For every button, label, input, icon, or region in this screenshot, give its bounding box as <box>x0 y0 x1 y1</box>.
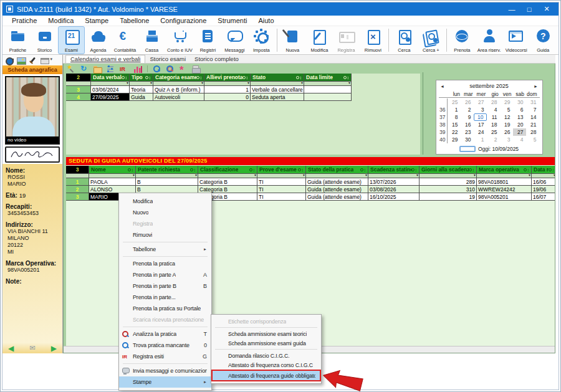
calendar-day[interactable]: 17 <box>474 121 487 128</box>
context-menu-item-stampe[interactable]: Stampe► <box>119 376 211 388</box>
filter-cell-prove-d-esame[interactable]: ▾ <box>257 174 306 178</box>
menu-tabellone[interactable]: Tabellone <box>114 17 155 24</box>
menu-stampe[interactable]: Stampe <box>79 17 114 24</box>
column-header-prove-d-esame[interactable]: Prove d'esame↕ <box>257 166 306 174</box>
column-header-stato-della-pratica[interactable]: Stato della pratica↕ <box>306 166 368 174</box>
cell-nome[interactable]: PAOLA <box>89 178 136 186</box>
column-header-marca-operativa[interactable]: Marca operativa↕ <box>477 166 532 174</box>
calendar-day[interactable]: 29 <box>448 136 461 143</box>
filter-cell-allievi-prenotati[interactable]: ▾ <box>204 82 251 86</box>
calendar-day[interactable]: 27 <box>474 98 487 106</box>
calendar-day[interactable]: 4 <box>513 136 526 143</box>
column-header-classificazione[interactable]: Classificazione↕ <box>198 166 257 174</box>
cell-data-limite[interactable] <box>304 93 352 101</box>
column-header-stato[interactable]: Stato↕ <box>251 74 304 82</box>
calendar-day[interactable]: 9 <box>461 113 474 121</box>
close-button[interactable]: ✕ <box>539 4 555 14</box>
filter-cell-data-limite[interactable]: ▾ <box>304 82 352 86</box>
context-menu-item-prenota-in-parte-b[interactable]: Prenota in parte BB <box>119 280 211 292</box>
calendar-day[interactable]: 22 <box>448 128 461 136</box>
maximize-button[interactable]: □ <box>521 4 537 14</box>
scanner-icon[interactable] <box>41 57 49 64</box>
calendar-day[interactable]: 11 <box>487 113 500 121</box>
toolbar-button-videocorsi[interactable]: Videocorsi <box>503 26 530 54</box>
calendar-day[interactable]: 26 <box>500 128 513 136</box>
calendar-day[interactable]: 7 <box>526 106 539 113</box>
toolbar-button-area-riserv[interactable]: Area riserv. <box>476 26 503 54</box>
next-record-arrow-icon[interactable]: ▶ <box>51 345 57 352</box>
calendar-day[interactable]: 4 <box>487 106 500 113</box>
calendar-day[interactable]: 8 <box>448 113 461 121</box>
tab-calendario-esami-e-verbali[interactable]: Calendario esami e verbali <box>65 55 145 63</box>
today-label[interactable]: Oggi: 10/09/2025 <box>478 146 519 152</box>
cell-stato-della-pratica[interactable]: Guida (attende esame) <box>306 178 368 186</box>
calendar-day[interactable]: 28 <box>487 98 500 106</box>
cell-giorni-alla-scadenza[interactable]: 289 <box>420 178 477 186</box>
cell-allievi-prenotati[interactable]: 1 <box>204 86 251 93</box>
calendar-day[interactable]: 1 <box>474 136 487 143</box>
calendar-day[interactable]: 25 <box>487 128 500 136</box>
title-bar[interactable]: SIDA v.2111 (build 1342) * Aut. Voldomin… <box>2 2 559 16</box>
cell-data-r[interactable]: 16/07 <box>532 193 555 201</box>
filter-cell-classificazione[interactable]: ▾ <box>198 174 257 178</box>
calendar-day[interactable]: 26 <box>461 98 474 106</box>
calendar-day[interactable]: 6 <box>513 106 526 113</box>
cell-data-r[interactable]: 16/06 <box>532 178 555 186</box>
print-submenu-item-scheda-ammissione-esami-teorici[interactable]: Scheda ammissione esami teorici <box>211 329 321 338</box>
menu-pratiche[interactable]: Pratiche <box>6 17 42 24</box>
calendar-day[interactable]: 19 <box>500 121 513 128</box>
prev-record-arrow-icon[interactable]: ◀ <box>8 345 14 352</box>
toolbar-button-registri[interactable]: Registri <box>194 26 221 54</box>
filter-cell-giorni-alla-scadenza[interactable]: ▾ <box>420 174 477 178</box>
filter-cell-stato[interactable]: ▾ <box>251 82 304 86</box>
zoom-plus-icon[interactable] <box>166 65 174 73</box>
calendar-day[interactable]: 2 <box>487 136 500 143</box>
column-header-categoria-esame[interactable]: Categoria esame↕ <box>153 74 204 82</box>
cell-stato[interactable]: Verbale da cancellare <box>251 86 304 93</box>
print-submenu-item-scheda-ammissione-esami-guida[interactable]: Scheda ammissione esami guida <box>211 338 321 348</box>
calendar-day[interactable]: 25 <box>448 98 461 106</box>
cell-data-limite[interactable] <box>304 86 352 93</box>
refresh-icon[interactable] <box>80 65 89 73</box>
calendar-day[interactable]: 3 <box>500 136 513 143</box>
context-menu-item-trova-pratica-mancante[interactable]: Trova pratica mancante0 <box>119 340 211 351</box>
cell-data-verbale[interactable]: 03/06/2024 <box>91 86 130 93</box>
chart-icon[interactable] <box>134 65 142 73</box>
calendar-day[interactable]: 15 <box>448 121 461 128</box>
toolbar-button-prenota[interactable]: Prenota <box>449 26 476 54</box>
filter-cell-stato-della-pratica[interactable]: ▾ <box>306 174 368 178</box>
calendar-day[interactable]: 16 <box>461 121 474 128</box>
toolbar-button-contabilit[interactable]: Contabilità <box>112 26 138 54</box>
toolbar-button-cassa[interactable]: Cassa <box>138 26 165 54</box>
toolbar-button-esami[interactable]: Esami <box>58 26 85 54</box>
levels-icon[interactable] <box>107 65 115 73</box>
context-menu-item-nuovo[interactable]: Nuovo <box>119 207 211 218</box>
calendar-day[interactable]: 23 <box>461 128 474 136</box>
column-header-scadenza-statino[interactable]: Scadenza statino↕ <box>368 166 420 174</box>
email-icon[interactable]: ✉ <box>29 344 35 352</box>
cell-prove-d-esame[interactable]: TI <box>257 193 306 201</box>
calendar-day[interactable]: 31 <box>526 98 539 106</box>
minimize-button[interactable]: — <box>504 4 520 14</box>
context-menu-item-prenota-la-pratica[interactable]: Prenota la pratica <box>119 258 211 269</box>
cell-marca-operativa[interactable]: 98VA005201 <box>477 193 532 201</box>
calendar-day[interactable]: 14 <box>526 113 539 121</box>
calendar-day[interactable]: 28 <box>526 128 539 136</box>
zoom-icon[interactable] <box>153 65 161 73</box>
filter-cell-patente-richiesta[interactable]: ▾ <box>136 174 198 178</box>
calendar-day-today[interactable]: 10 <box>474 113 487 121</box>
calendar-day[interactable]: 5 <box>500 106 513 113</box>
column-header-data-r[interactable]: Data r↕ <box>532 166 555 174</box>
toolbar-button-pratiche[interactable]: Pratiche <box>4 26 31 54</box>
cell-marca-operativa[interactable]: WWREW24242 <box>477 186 532 193</box>
calendar-day[interactable]: 5 <box>526 136 539 143</box>
open-folder-icon[interactable] <box>94 65 102 73</box>
cell-prove-d-esame[interactable]: TI <box>257 178 306 186</box>
toolbar-button-agenda[interactable]: Agenda <box>85 26 112 54</box>
toolbar-button-imposta[interactable]: Imposta <box>248 26 275 54</box>
asterisk-icon[interactable] <box>179 65 187 73</box>
filter-cell-data-r[interactable]: ▾ <box>532 174 555 178</box>
toolbar-button-rimuovi[interactable]: Rimuovi <box>360 26 386 54</box>
context-menu-item-invia-messaggi-e-comunicazioni[interactable]: Invia messaggi e comunicazioni <box>119 365 211 376</box>
cell-giorni-alla-scadenza[interactable]: 19 <box>420 193 477 201</box>
